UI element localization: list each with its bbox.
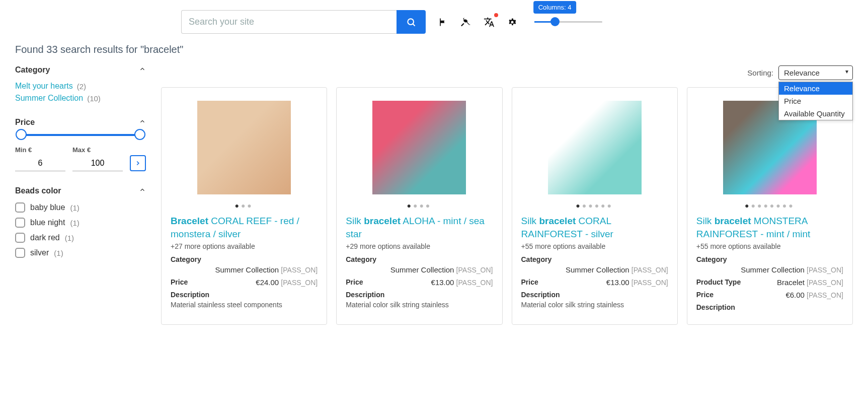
chevron-up-icon: [139, 118, 146, 127]
pass-tag: [PASS_ON]: [456, 266, 493, 274]
product-title[interactable]: Bracelet CORAL REEF - red / monstera / s…: [171, 215, 318, 240]
translate-icon[interactable]: [483, 16, 495, 28]
facet-title: Beads color: [15, 186, 61, 195]
tools-icon[interactable]: [460, 16, 472, 28]
meta-label-description: Description: [346, 291, 493, 299]
search-input[interactable]: [181, 10, 397, 34]
checkbox-count: (1): [65, 234, 74, 242]
price-inputs: Min € Max €: [15, 146, 146, 171]
facet-header-beads[interactable]: Beads color: [15, 186, 146, 195]
price-range-slider[interactable]: [21, 134, 140, 136]
highlight: Bracelet: [171, 216, 208, 226]
description-text: Material stainless steel components: [171, 301, 318, 309]
category-item[interactable]: Summer Collection (10): [15, 94, 146, 103]
sort-option-relevance[interactable]: Relevance: [779, 82, 852, 95]
sort-dropdown: Relevance Price Available Quantity: [778, 82, 853, 120]
meta-label-category: Category: [171, 255, 318, 263]
sort-label: Sorting:: [747, 68, 773, 77]
highlight: bracelet: [364, 216, 401, 226]
svg-line-1: [413, 24, 415, 26]
slider-thumb[interactable]: [550, 17, 560, 26]
min-price-input[interactable]: [15, 156, 65, 171]
sort-option-price[interactable]: Price: [779, 95, 852, 107]
description-text: Material color silk string stainless: [346, 301, 493, 309]
category-label: Melt your hearts: [15, 82, 73, 91]
notification-dot: [494, 13, 498, 17]
checkbox[interactable]: [15, 202, 25, 213]
sort-option-available-quantity[interactable]: Available Quantity: [779, 107, 852, 120]
meta-label-category: Category: [521, 255, 668, 263]
pass-tag: [PASS_ON]: [807, 291, 843, 299]
meta-label-category: Category: [696, 255, 843, 263]
checkbox-item[interactable]: baby blue (1): [15, 202, 146, 213]
carousel-dots[interactable]: ●●●●●●●●: [696, 201, 843, 210]
columns-slider[interactable]: Columns: 4: [534, 21, 602, 23]
price-value: €24.00: [256, 278, 279, 287]
category-item[interactable]: Melt your hearts (2): [15, 82, 146, 91]
product-card: ●●● Bracelet CORAL REEF - red / monstera…: [161, 87, 327, 325]
highlight: bracelet: [715, 216, 751, 226]
search-wrap: [181, 10, 426, 34]
price-thumb-min[interactable]: [16, 129, 27, 140]
pass-tag: [PASS_ON]: [632, 266, 668, 274]
category-count: (10): [87, 94, 101, 103]
product-title[interactable]: Silk bracelet MONSTERA RAINFOREST - mint…: [696, 215, 843, 240]
checkbox-item[interactable]: silver (1): [15, 248, 146, 258]
meta-label-category: Category: [346, 255, 493, 263]
content: Sorting: Relevance Relevance Price Avail…: [161, 65, 853, 325]
price-apply-button[interactable]: [130, 155, 146, 171]
checkbox-count: (1): [70, 203, 79, 212]
gear-icon[interactable]: [506, 16, 518, 28]
svg-point-0: [408, 19, 414, 25]
facet-title: Category: [15, 65, 50, 75]
topbar: Columns: 4: [0, 0, 868, 39]
meta-label-price: Price: [171, 278, 188, 287]
checkbox-item[interactable]: blue night (1): [15, 218, 146, 228]
description-text: Material color silk string stainless: [521, 301, 668, 309]
product-type-value: Bracelet: [777, 278, 805, 287]
more-options: +55 more options available: [521, 242, 668, 250]
facet-header-category[interactable]: Category: [15, 65, 146, 75]
category-value: Summer Collection: [390, 265, 454, 274]
carousel-dots[interactable]: ●●●●: [346, 201, 493, 210]
facet-title: Price: [15, 118, 35, 127]
flag-icon[interactable]: [437, 16, 449, 28]
pass-tag: [PASS_ON]: [281, 279, 318, 287]
title-pre: Silk: [521, 216, 539, 226]
checkbox-item[interactable]: dark red (1): [15, 233, 146, 243]
facet-header-price[interactable]: Price: [15, 118, 146, 127]
category-value: Summer Collection: [215, 265, 279, 274]
meta-label-description: Description: [696, 303, 843, 311]
carousel-dots[interactable]: ●●●: [171, 201, 318, 210]
category-value: Summer Collection: [566, 265, 629, 274]
price-thumb-max[interactable]: [134, 129, 145, 140]
search-button[interactable]: [397, 10, 426, 34]
product-grid: ●●● Bracelet CORAL REEF - red / monstera…: [161, 87, 853, 325]
checkbox-label: dark red: [30, 233, 60, 242]
carousel-dots[interactable]: ●●●●●●: [521, 201, 668, 210]
checkbox[interactable]: [15, 233, 25, 243]
highlight: bracelet: [539, 216, 576, 226]
checkbox-count: (1): [70, 219, 79, 227]
chevron-up-icon: [139, 65, 146, 75]
slider-track: [534, 21, 602, 23]
main: Category Melt your hearts (2) Summer Col…: [0, 65, 868, 325]
meta-label-description: Description: [521, 291, 668, 299]
product-title[interactable]: Silk bracelet CORAL RAINFOREST - silver: [521, 215, 668, 240]
pass-tag: [PASS_ON]: [632, 279, 668, 287]
sort-row: Sorting: Relevance Relevance Price Avail…: [161, 65, 853, 80]
sort-select[interactable]: Relevance: [778, 65, 853, 80]
max-price-input[interactable]: [72, 156, 123, 171]
product-image[interactable]: [372, 101, 466, 194]
product-title[interactable]: Silk bracelet ALOHA - mint / sea star: [346, 215, 493, 240]
product-card: ●●●●●●●● Silk bracelet MONSTERA RAINFORE…: [687, 87, 853, 325]
pass-tag: [PASS_ON]: [807, 266, 843, 274]
slider-tooltip: Columns: 4: [533, 1, 577, 14]
price-slider-fill: [21, 134, 140, 136]
product-image[interactable]: [197, 101, 291, 194]
product-image[interactable]: [548, 101, 642, 194]
checkbox[interactable]: [15, 218, 25, 228]
sidebar: Category Melt your hearts (2) Summer Col…: [15, 65, 146, 325]
checkbox[interactable]: [15, 248, 25, 258]
chevron-right-icon: [134, 160, 141, 167]
